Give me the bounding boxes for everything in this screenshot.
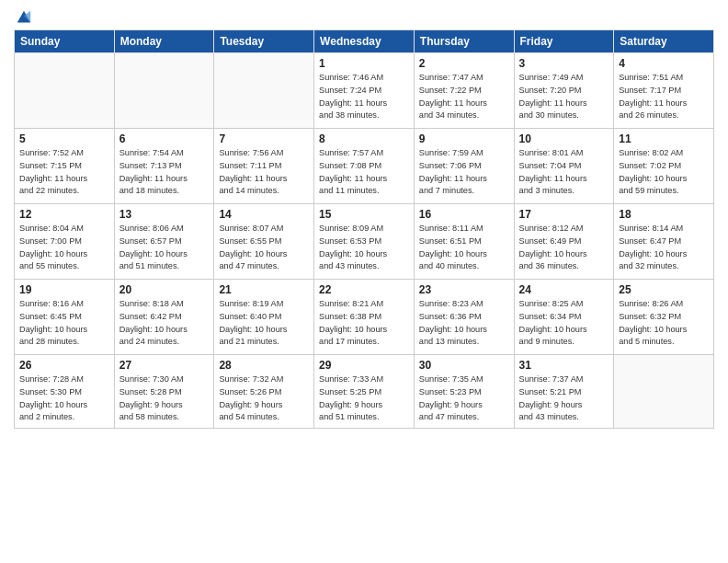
calendar-cell: 17Sunrise: 8:12 AMSunset: 6:49 PMDayligh… (514, 204, 614, 280)
day-number: 20 (119, 283, 210, 296)
day-info: Sunrise: 8:12 AMSunset: 6:49 PMDaylight:… (519, 223, 609, 273)
day-info: Sunrise: 8:18 AMSunset: 6:42 PMDaylight:… (119, 298, 210, 349)
weekday-header-friday: Friday (514, 30, 614, 53)
calendar-cell: 9Sunrise: 7:59 AMSunset: 7:06 PMDaylight… (414, 129, 514, 204)
day-number: 16 (419, 208, 509, 221)
day-info: Sunrise: 7:28 AMSunset: 5:30 PMDaylight:… (19, 373, 109, 424)
day-number: 8 (319, 132, 409, 145)
day-info: Sunrise: 8:16 AMSunset: 6:45 PMDaylight:… (19, 298, 109, 349)
calendar-cell: 8Sunrise: 7:57 AMSunset: 7:08 PMDaylight… (314, 129, 415, 204)
calendar-cell: 29Sunrise: 7:33 AMSunset: 5:25 PMDayligh… (314, 355, 415, 429)
day-info: Sunrise: 7:51 AMSunset: 7:17 PMDaylight:… (619, 72, 709, 122)
day-info: Sunrise: 7:54 AMSunset: 7:13 PMDaylight:… (119, 147, 210, 198)
day-number: 30 (419, 359, 509, 372)
day-info: Sunrise: 7:47 AMSunset: 7:22 PMDaylight:… (419, 72, 509, 122)
calendar-cell: 7Sunrise: 7:56 AMSunset: 7:11 PMDaylight… (214, 129, 314, 204)
day-number: 21 (219, 283, 309, 296)
day-number: 18 (619, 208, 709, 221)
day-number: 5 (19, 132, 109, 145)
day-number: 22 (319, 283, 409, 296)
day-info: Sunrise: 7:49 AMSunset: 7:20 PMDaylight:… (519, 72, 609, 122)
day-info: Sunrise: 8:26 AMSunset: 6:32 PMDaylight:… (619, 298, 709, 349)
calendar-cell: 30Sunrise: 7:35 AMSunset: 5:23 PMDayligh… (414, 355, 514, 429)
day-number: 4 (619, 57, 709, 70)
day-info: Sunrise: 8:19 AMSunset: 6:40 PMDaylight:… (219, 298, 309, 349)
calendar-cell (214, 53, 314, 129)
day-number: 2 (419, 57, 509, 70)
week-row-5: 26Sunrise: 7:28 AMSunset: 5:30 PMDayligh… (15, 355, 714, 429)
day-info: Sunrise: 7:59 AMSunset: 7:06 PMDaylight:… (419, 147, 509, 198)
calendar-cell: 18Sunrise: 8:14 AMSunset: 6:47 PMDayligh… (614, 204, 714, 280)
calendar-cell: 11Sunrise: 8:02 AMSunset: 7:02 PMDayligh… (614, 129, 714, 204)
day-number: 6 (119, 132, 210, 145)
day-info: Sunrise: 8:02 AMSunset: 7:02 PMDaylight:… (619, 147, 709, 198)
day-info: Sunrise: 7:52 AMSunset: 7:15 PMDaylight:… (19, 147, 109, 198)
day-info: Sunrise: 8:04 AMSunset: 7:00 PMDaylight:… (19, 223, 109, 273)
day-info: Sunrise: 8:09 AMSunset: 6:53 PMDaylight:… (319, 223, 409, 273)
logo-icon (16, 9, 32, 26)
weekday-header-tuesday: Tuesday (214, 30, 314, 53)
calendar-cell: 10Sunrise: 8:01 AMSunset: 7:04 PMDayligh… (514, 129, 614, 204)
day-info: Sunrise: 7:37 AMSunset: 5:21 PMDaylight:… (519, 373, 609, 424)
day-number: 24 (519, 283, 609, 296)
calendar-cell: 25Sunrise: 8:26 AMSunset: 6:32 PMDayligh… (614, 280, 714, 355)
weekday-header-row: SundayMondayTuesdayWednesdayThursdayFrid… (15, 30, 714, 53)
day-number: 15 (319, 208, 409, 221)
calendar: SundayMondayTuesdayWednesdayThursdayFrid… (14, 29, 714, 429)
calendar-cell: 14Sunrise: 8:07 AMSunset: 6:55 PMDayligh… (214, 204, 314, 280)
day-number: 29 (319, 359, 409, 372)
day-number: 28 (219, 359, 309, 372)
day-info: Sunrise: 8:21 AMSunset: 6:38 PMDaylight:… (319, 298, 409, 349)
logo (14, 9, 32, 22)
day-number: 27 (119, 359, 210, 372)
weekday-header-thursday: Thursday (414, 30, 514, 53)
day-info: Sunrise: 8:07 AMSunset: 6:55 PMDaylight:… (219, 223, 309, 273)
calendar-cell: 19Sunrise: 8:16 AMSunset: 6:45 PMDayligh… (15, 280, 115, 355)
day-number: 3 (519, 57, 609, 70)
weekday-header-monday: Monday (114, 30, 214, 53)
calendar-cell: 4Sunrise: 7:51 AMSunset: 7:17 PMDaylight… (614, 53, 714, 129)
day-number: 17 (519, 208, 609, 221)
day-info: Sunrise: 7:56 AMSunset: 7:11 PMDaylight:… (219, 147, 309, 198)
day-number: 10 (519, 132, 609, 145)
day-number: 7 (219, 132, 309, 145)
calendar-cell: 12Sunrise: 8:04 AMSunset: 7:00 PMDayligh… (15, 204, 115, 280)
calendar-cell: 6Sunrise: 7:54 AMSunset: 7:13 PMDaylight… (114, 129, 214, 204)
calendar-cell: 31Sunrise: 7:37 AMSunset: 5:21 PMDayligh… (514, 355, 614, 429)
day-info: Sunrise: 7:35 AMSunset: 5:23 PMDaylight:… (419, 373, 509, 424)
weekday-header-sunday: Sunday (15, 30, 115, 53)
day-number: 13 (119, 208, 210, 221)
weekday-header-wednesday: Wednesday (314, 30, 415, 53)
week-row-3: 12Sunrise: 8:04 AMSunset: 7:00 PMDayligh… (15, 204, 714, 280)
calendar-cell: 20Sunrise: 8:18 AMSunset: 6:42 PMDayligh… (114, 280, 214, 355)
day-number: 12 (19, 208, 109, 221)
calendar-cell (114, 53, 214, 129)
calendar-cell: 27Sunrise: 7:30 AMSunset: 5:28 PMDayligh… (114, 355, 214, 429)
calendar-cell: 5Sunrise: 7:52 AMSunset: 7:15 PMDaylight… (15, 129, 115, 204)
day-info: Sunrise: 8:14 AMSunset: 6:47 PMDaylight:… (619, 223, 709, 273)
calendar-cell: 1Sunrise: 7:46 AMSunset: 7:24 PMDaylight… (314, 53, 415, 129)
calendar-cell (614, 355, 714, 429)
day-number: 9 (419, 132, 509, 145)
calendar-cell: 26Sunrise: 7:28 AMSunset: 5:30 PMDayligh… (15, 355, 115, 429)
day-info: Sunrise: 7:57 AMSunset: 7:08 PMDaylight:… (319, 147, 409, 198)
calendar-cell: 2Sunrise: 7:47 AMSunset: 7:22 PMDaylight… (414, 53, 514, 129)
day-number: 25 (619, 283, 709, 296)
header (14, 9, 714, 22)
calendar-cell: 16Sunrise: 8:11 AMSunset: 6:51 PMDayligh… (414, 204, 514, 280)
calendar-cell: 15Sunrise: 8:09 AMSunset: 6:53 PMDayligh… (314, 204, 415, 280)
day-info: Sunrise: 8:01 AMSunset: 7:04 PMDaylight:… (519, 147, 609, 198)
day-info: Sunrise: 7:33 AMSunset: 5:25 PMDaylight:… (319, 373, 409, 424)
day-info: Sunrise: 7:32 AMSunset: 5:26 PMDaylight:… (219, 373, 309, 424)
weekday-header-saturday: Saturday (614, 30, 714, 53)
day-info: Sunrise: 7:30 AMSunset: 5:28 PMDaylight:… (119, 373, 210, 424)
week-row-1: 1Sunrise: 7:46 AMSunset: 7:24 PMDaylight… (15, 53, 714, 129)
day-number: 11 (619, 132, 709, 145)
week-row-4: 19Sunrise: 8:16 AMSunset: 6:45 PMDayligh… (15, 280, 714, 355)
calendar-cell: 28Sunrise: 7:32 AMSunset: 5:26 PMDayligh… (214, 355, 314, 429)
day-info: Sunrise: 8:25 AMSunset: 6:34 PMDaylight:… (519, 298, 609, 349)
calendar-cell: 13Sunrise: 8:06 AMSunset: 6:57 PMDayligh… (114, 204, 214, 280)
day-number: 14 (219, 208, 309, 221)
day-info: Sunrise: 8:23 AMSunset: 6:36 PMDaylight:… (419, 298, 509, 349)
day-number: 1 (319, 57, 409, 70)
